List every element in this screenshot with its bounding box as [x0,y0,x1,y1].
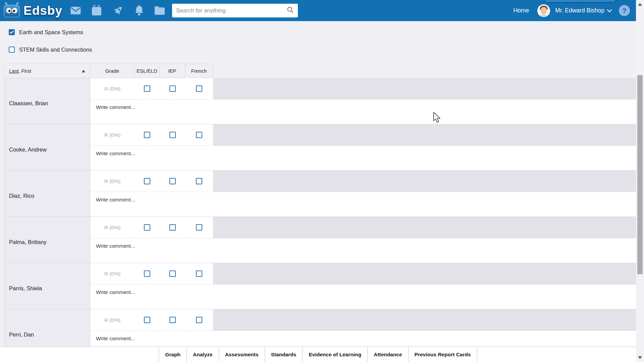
comment-input[interactable]: Write comment... [90,100,636,124]
help-label: ? [622,7,627,15]
column-header-esl[interactable]: ESL/ELD [135,64,160,78]
iep-checkbox[interactable] [169,317,176,323]
french-checkbox[interactable] [196,85,202,92]
student-name[interactable]: Parris, Shiela [4,263,90,309]
table-row: Cooke, Andrew R (0%) Write comment... [4,124,636,171]
french-checkbox[interactable] [196,317,202,323]
grade-value[interactable]: R (0%) [90,263,135,285]
column-header-iep[interactable]: IEP [160,64,185,78]
iep-checkbox[interactable] [169,178,176,184]
student-name[interactable]: Palma, Brittany [4,217,90,263]
grade-value[interactable]: R (0%) [90,124,135,146]
scroll-down-arrow-icon[interactable] [638,356,642,359]
column-header-french[interactable]: French [185,64,213,78]
french-checkbox[interactable] [196,224,202,231]
report-card-page: Earth and Space Systems STEM Skills and … [0,21,636,347]
search-icon[interactable] [287,6,294,15]
filter-stem-skills-and-connections[interactable]: STEM Skills and Connections [9,46,92,53]
avatar-face [540,7,547,14]
bottom-tab-bar: GraphAnalyzeAssessmentsStandardsEvidence… [0,347,644,362]
dropdown-remnant [544,0,616,3]
nav-right-group: Home Mr. Edward Bishop ? [513,0,630,21]
comment-input[interactable]: Write comment... [90,192,636,217]
tab-evidence-of-learning[interactable]: Evidence of Learning [302,347,367,362]
tab-assessments[interactable]: Assessments [219,347,265,362]
tab-attendance[interactable]: Attendance [367,347,408,362]
french-checkbox[interactable] [196,178,202,184]
grade-value[interactable]: R (0%) [90,171,135,192]
esl-checkbox[interactable] [144,178,150,184]
name-header-rest: , First [18,68,31,74]
avatar-shirt [539,14,549,17]
table-row: Perri, Dan R (0%) Write comment... [4,309,636,347]
sort-field-label: Last [9,68,18,74]
top-navigation: Edsby [0,0,644,21]
standards-strip [213,309,636,331]
avatar[interactable] [537,4,550,17]
comment-input[interactable]: Write comment... [90,331,636,347]
french-checkbox[interactable] [196,270,202,277]
table-row: Diaz, Rico R (0%) Write comment... [4,171,636,217]
comment-input[interactable]: Write comment... [90,285,636,309]
iep-checkbox[interactable] [169,270,176,277]
comment-input[interactable]: Write comment... [90,146,636,170]
tab-analyze[interactable]: Analyze [186,347,219,362]
standards-strip [213,171,636,192]
student-name[interactable]: Claassen, Brian [4,78,90,124]
standards-strip [213,217,636,238]
rocket-icon[interactable] [113,5,123,16]
table-row: Claassen, Brian R (0%) Write comment... [4,78,636,124]
esl-checkbox[interactable] [144,317,150,323]
standards-strip [213,78,636,100]
filter-checkbox[interactable] [9,29,15,35]
standards-strip [213,263,636,285]
scrollbar-thumb[interactable] [637,75,643,274]
scroll-up-arrow-icon[interactable] [638,3,642,6]
student-name[interactable]: Cooke, Andrew [4,124,90,170]
help-button[interactable]: ? [619,5,630,16]
table-body: Claassen, Brian R (0%) Write comment... … [4,78,636,347]
esl-checkbox[interactable] [144,132,150,138]
search-input[interactable] [176,7,287,14]
filter-earth-and-space-systems[interactable]: Earth and Space Systems [9,29,83,36]
esl-checkbox[interactable] [144,270,150,277]
user-menu[interactable]: Mr. Edward Bishop [555,7,612,14]
table-row: Parris, Shiela R (0%) Write comment... [4,263,636,309]
grade-value[interactable]: R (0%) [90,217,135,238]
esl-checkbox[interactable] [144,224,150,231]
students-table: Last, First Grade ESL/ELD IEP French Cla… [4,64,636,347]
tab-graph[interactable]: Graph [159,347,186,362]
student-name[interactable]: Diaz, Rico [4,171,90,217]
edsby-brand[interactable]: Edsby [3,2,62,19]
filter-label: Earth and Space Systems [19,29,83,36]
filter-checkbox[interactable] [9,47,15,53]
tab-standards[interactable]: Standards [265,347,303,362]
esl-checkbox[interactable] [144,85,150,92]
grade-value[interactable]: R (0%) [90,309,135,331]
vertical-scrollbar[interactable] [636,0,644,362]
tab-previous-report-cards[interactable]: Previous Report Cards [408,347,477,362]
calendar-icon[interactable] [91,5,102,16]
notifications-bell-icon[interactable] [134,5,145,16]
iep-checkbox[interactable] [169,132,176,138]
grade-value[interactable]: R (0%) [90,78,135,100]
filter-label: STEM Skills and Connections [19,47,92,53]
brand-name: Edsby [23,4,62,17]
french-checkbox[interactable] [196,132,202,138]
sort-ascending-icon [82,70,85,72]
column-header-grade[interactable]: Grade [90,64,135,78]
iep-checkbox[interactable] [169,224,176,231]
student-name[interactable]: Perri, Dan [4,309,90,347]
mail-icon[interactable] [70,5,81,16]
chevron-down-icon [607,7,612,14]
iep-checkbox[interactable] [169,85,176,92]
column-header-name[interactable]: Last, First [4,64,90,78]
table-header: Last, First Grade ESL/ELD IEP French [4,64,213,78]
edsby-robot-logo-icon[interactable] [3,2,20,19]
standards-strip [213,124,636,146]
user-name-label: Mr. Edward Bishop [555,7,604,14]
home-link[interactable]: Home [513,7,529,14]
folder-icon[interactable] [154,5,165,16]
comment-input[interactable]: Write comment... [90,238,636,263]
tab-group: GraphAnalyzeAssessmentsStandardsEvidence… [159,347,477,362]
